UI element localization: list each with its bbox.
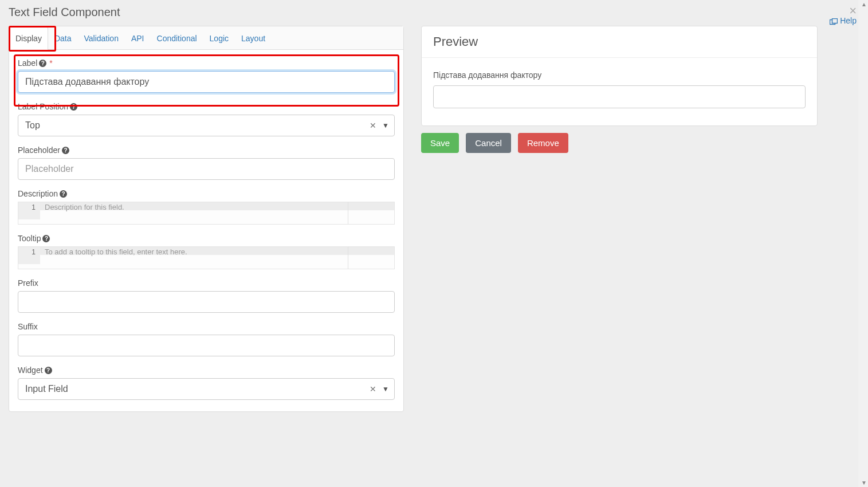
help-icon[interactable]: ?: [60, 190, 67, 198]
help-icon[interactable]: ?: [39, 60, 46, 67]
margin-line: [348, 247, 348, 269]
chevron-down-icon[interactable]: ▼: [382, 385, 389, 393]
label-position-label: Label Position ?: [18, 102, 395, 111]
preview-title: Preview: [433, 34, 806, 49]
svg-rect-1: [832, 19, 838, 23]
new-window-icon: [830, 17, 838, 26]
preview-field-input[interactable]: [433, 85, 806, 108]
label-position-select[interactable]: Top ✕ ▼: [18, 115, 395, 136]
description-label: Description ?: [18, 189, 395, 198]
tab-api[interactable]: API: [125, 26, 151, 50]
margin-line: [348, 202, 348, 224]
gutter: 1: [18, 202, 40, 219]
placeholder-input[interactable]: [18, 158, 395, 180]
required-asterisk: *: [49, 58, 52, 68]
scrollbar[interactable]: ▲ ▼: [858, 0, 868, 487]
help-icon[interactable]: ?: [45, 367, 52, 374]
clear-icon[interactable]: ✕: [370, 384, 376, 394]
widget-select[interactable]: Input Field ✕ ▼: [18, 378, 395, 400]
label-input[interactable]: [18, 71, 395, 93]
tab-data[interactable]: Data: [48, 26, 78, 50]
cancel-button[interactable]: Cancel: [466, 133, 511, 153]
gutter: 1: [18, 247, 40, 264]
tooltip-label: Tooltip ?: [18, 234, 395, 243]
save-button[interactable]: Save: [421, 133, 459, 153]
description-editor[interactable]: 1 Description for this field.: [18, 202, 395, 225]
preview-field-label: Підстава додавання фактору: [433, 70, 806, 80]
widget-label: Widget ?: [18, 366, 395, 375]
tab-layout[interactable]: Layout: [235, 26, 272, 50]
tooltip-editor[interactable]: 1 To add a tooltip to this field, enter …: [18, 246, 395, 269]
help-icon[interactable]: ?: [42, 235, 50, 242]
code-placeholder: To add a tooltip to this field, enter te…: [40, 247, 394, 255]
help-icon[interactable]: ?: [70, 103, 77, 111]
settings-panel: Display Data Validation API Conditional …: [9, 26, 404, 412]
label-label: Label ? *: [18, 58, 395, 68]
remove-button[interactable]: Remove: [518, 133, 568, 153]
help-label: Help: [840, 16, 857, 25]
tab-conditional[interactable]: Conditional: [151, 26, 203, 50]
help-icon[interactable]: ?: [62, 147, 69, 154]
tab-logic[interactable]: Logic: [203, 26, 235, 50]
modal-title: Text Field Component: [9, 6, 859, 19]
preview-panel: Preview Підстава додавання фактору: [421, 26, 818, 126]
tabs: Display Data Validation API Conditional …: [9, 26, 403, 50]
prefix-input[interactable]: [18, 291, 395, 313]
chevron-down-icon[interactable]: ▼: [382, 121, 389, 129]
clear-icon[interactable]: ✕: [370, 121, 376, 130]
scroll-down-icon[interactable]: ▼: [861, 480, 867, 486]
modal-header: Text Field Component × Help: [0, 0, 868, 26]
prefix-label: Prefix: [18, 278, 395, 288]
tab-display[interactable]: Display: [9, 26, 48, 50]
suffix-label: Suffix: [18, 322, 395, 331]
code-placeholder: Description for this field.: [40, 202, 394, 210]
help-link[interactable]: Help: [830, 16, 857, 25]
placeholder-label: Placeholder ?: [18, 146, 395, 155]
suffix-input[interactable]: [18, 335, 395, 356]
tab-validation[interactable]: Validation: [77, 26, 124, 50]
